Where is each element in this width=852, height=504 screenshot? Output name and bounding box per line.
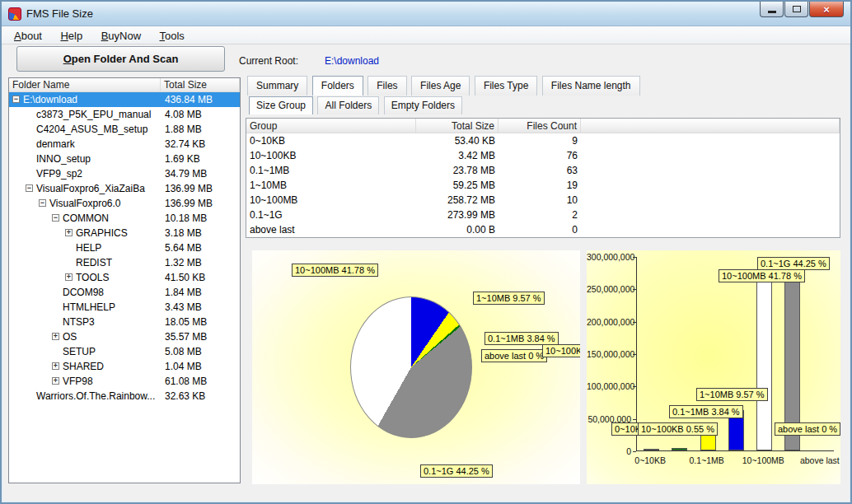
y-axis-tick-mark: [633, 419, 636, 420]
maximize-icon: [793, 6, 801, 12]
close-button[interactable]: ×: [809, 2, 844, 17]
pie-chart-panel: 10~100MB 41.78 % 1~10MB 9.57 % 0.1~1MB 3…: [252, 250, 580, 484]
expand-icon[interactable]: +: [52, 377, 59, 385]
tab-folders[interactable]: Folders: [312, 76, 363, 96]
size-group-table-body: 0~10KB53.40 KB910~100KB3.42 MB760.1~1MB2…: [246, 133, 840, 237]
table-row[interactable]: above last0.00 B0: [246, 222, 840, 237]
tree-row[interactable]: C4204_ASUS_MB_setup1.88 MB: [9, 122, 240, 137]
tree-item-size: 1.84 MB: [165, 287, 202, 298]
y-axis-tick-mark: [633, 354, 636, 355]
bar-label-above-last: above last 0 %: [775, 422, 840, 436]
pie-label-10-100kb: 10~100KB 0.55 %: [542, 344, 580, 357]
main-tab-strip: Summary Folders Files Files Age Files Ty…: [247, 76, 641, 96]
table-row[interactable]: 1~10MB59.25 MB19: [246, 178, 840, 193]
tree-row[interactable]: +VFP9861.08 MB: [9, 374, 240, 389]
table-row[interactable]: 0~10KB53.40 KB9: [246, 133, 840, 148]
title-bar[interactable]: FMS File Size ×: [2, 2, 850, 26]
y-axis-tick-mark: [633, 289, 636, 290]
tree-row[interactable]: SETUP5.08 MB: [9, 344, 240, 359]
menu-item-about[interactable]: About: [7, 26, 49, 45]
menu-item-help[interactable]: Help: [53, 26, 90, 45]
tree-item-name: DCOM98: [63, 287, 104, 298]
tree-row[interactable]: VFP9_sp234.79 MB: [9, 166, 240, 181]
table-row[interactable]: 0.1~1G273.99 MB2: [246, 208, 840, 222]
cell-total-size: 0.00 B: [416, 222, 499, 237]
tab-files[interactable]: Files: [367, 76, 406, 96]
maximize-button[interactable]: [784, 2, 808, 17]
tree-item-name: NTSP3: [63, 316, 95, 328]
tree-row[interactable]: +SHARED1.04 MB: [9, 359, 240, 374]
bar-label-01-1mb: 0.1~1MB 3.84 %: [669, 405, 743, 418]
tree-item-name: SETUP: [63, 346, 96, 357]
collapse-icon[interactable]: −: [12, 96, 20, 103]
tab-all-folders[interactable]: All Folders: [317, 96, 379, 114]
tree-item-size: 32.74 KB: [165, 138, 205, 150]
cell-total-size: 59.25 MB: [416, 178, 499, 193]
tab-files-name-length[interactable]: Files Name length: [542, 76, 640, 96]
bar-10~100KB: [672, 448, 687, 450]
tree-row[interactable]: −E:\download436.84 MB: [9, 92, 240, 107]
table-row[interactable]: 10~100MB258.72 MB10: [246, 193, 840, 208]
collapse-icon[interactable]: −: [52, 214, 59, 222]
table-row[interactable]: 10~100KB3.42 MB76: [246, 148, 840, 163]
tree-row[interactable]: +TOOLS41.50 KB: [9, 270, 240, 285]
cell-filler: [581, 133, 840, 148]
tree-column-folder-name[interactable]: Folder Name: [9, 78, 161, 91]
cell-group: 0~10KB: [246, 133, 416, 148]
minimize-button[interactable]: [760, 2, 784, 17]
tree-row[interactable]: INNO_setup1.69 KB: [9, 152, 240, 166]
column-files-count[interactable]: Files Count: [499, 119, 581, 133]
column-group[interactable]: Group: [246, 119, 416, 133]
tree-item-name: OS: [63, 331, 77, 343]
tab-size-group[interactable]: Size Group: [249, 96, 313, 114]
tree-row[interactable]: +GRAPHICS3.18 MB: [9, 226, 240, 240]
menu-item-buynow[interactable]: BuyNow: [94, 26, 148, 45]
tab-empty-folders[interactable]: Empty Folders: [384, 96, 462, 114]
tree-row[interactable]: −COMMON10.18 MB: [9, 211, 240, 226]
pie-label-above-last: above last 0 %: [481, 349, 547, 362]
tree-row[interactable]: REDIST1.32 MB: [9, 255, 240, 270]
tree-row[interactable]: HELP5.64 MB: [9, 240, 240, 255]
tab-files-type[interactable]: Files Type: [475, 76, 537, 96]
tree-item-size: 436.84 MB: [165, 94, 213, 105]
tree-row[interactable]: −VisualFoxpro6_XiaZaiBa136.99 MB: [9, 181, 240, 196]
cell-files-count: 63: [499, 163, 581, 178]
cell-group: 0.1~1MB: [246, 163, 416, 178]
tree-row[interactable]: −VisualFoxpro6.0136.99 MB: [9, 196, 240, 211]
expand-icon[interactable]: +: [52, 333, 59, 340]
tree-row[interactable]: c3873_P5K_EPU_manual4.08 MB: [9, 107, 240, 122]
tree-item-size: 35.57 MB: [165, 331, 207, 343]
bar-label-1-10mb: 1~10MB 9.57 %: [696, 388, 768, 401]
expand-icon[interactable]: +: [65, 229, 73, 236]
column-total-size[interactable]: Total Size: [416, 119, 499, 133]
tab-summary[interactable]: Summary: [247, 76, 307, 96]
tree-row[interactable]: Warriors.Of.The.Rainbow...32.63 KB: [9, 389, 240, 404]
tree-row[interactable]: NTSP318.05 MB: [9, 315, 240, 329]
collapse-icon[interactable]: −: [39, 199, 46, 207]
tree-item-size: 1.69 KB: [165, 153, 200, 165]
tree-body: −E:\download436.84 MBc3873_P5K_EPU_manua…: [9, 92, 240, 404]
y-axis-tick-label: 100,000,000: [587, 381, 631, 391]
tree-item-name: INNO_setup: [36, 153, 91, 165]
expand-icon[interactable]: +: [65, 273, 73, 281]
y-axis-tick-mark: [633, 322, 636, 323]
table-row[interactable]: 0.1~1MB23.78 MB63: [246, 163, 840, 178]
tree-row[interactable]: denmark32.74 KB: [9, 137, 240, 152]
y-axis-tick-label: 200,000,000: [587, 317, 631, 327]
collapse-icon[interactable]: −: [26, 184, 33, 192]
tree-item-size: 41.50 KB: [165, 272, 205, 283]
cell-total-size: 53.40 KB: [416, 133, 499, 148]
tab-files-age[interactable]: Files Age: [411, 76, 470, 96]
open-folder-and-scan-button[interactable]: Open Folder And Scan: [16, 46, 225, 72]
menu-item-tools[interactable]: Tools: [152, 26, 192, 45]
tree-column-total-size[interactable]: Total Size: [161, 78, 240, 91]
expand-icon[interactable]: +: [52, 362, 59, 370]
tree-item-size: 5.64 MB: [165, 242, 202, 254]
pie-label-1-10mb: 1~10MB 9.57 %: [473, 292, 545, 305]
tree-row[interactable]: HTMLHELP3.43 MB: [9, 300, 240, 315]
cell-group: above last: [246, 222, 416, 237]
cell-filler: [581, 163, 840, 178]
tree-row[interactable]: +OS35.57 MB: [9, 329, 240, 344]
tree-row[interactable]: DCOM981.84 MB: [9, 285, 240, 300]
current-root-value: E:\download: [325, 55, 379, 67]
